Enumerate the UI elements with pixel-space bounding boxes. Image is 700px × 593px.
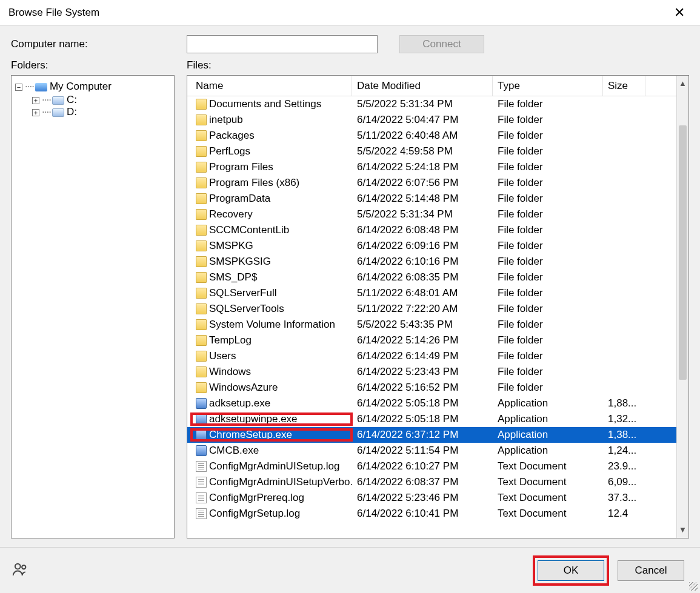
column-type[interactable]: Type	[493, 76, 603, 96]
ok-button[interactable]: OK	[538, 560, 604, 581]
file-date: 5/5/2022 5:31:34 PM	[352, 208, 493, 220]
folder-icon	[196, 272, 207, 283]
tree-node-label: C:	[67, 94, 77, 105]
document-icon	[196, 492, 207, 503]
file-date: 6/14/2022 6:10:16 PM	[352, 256, 493, 268]
file-name: ProgramData	[209, 193, 270, 205]
file-type: Text Document	[493, 460, 603, 472]
file-name: ConfigMgrPrereq.log	[209, 492, 304, 504]
file-row[interactable]: WindowsAzure6/14/2022 5:16:52 PMFile fol…	[187, 380, 676, 396]
file-row[interactable]: SMSPKGSIG6/14/2022 6:10:16 PMFile folder	[187, 254, 676, 270]
file-size: 1,38...	[603, 429, 645, 441]
files-panel: Name Date Modified Type Size Documents a…	[187, 75, 689, 538]
connect-button[interactable]: Connect	[399, 35, 484, 53]
files-list[interactable]: Documents and Settings5/5/2022 5:31:34 P…	[187, 96, 676, 538]
file-row[interactable]: ProgramData6/14/2022 5:14:48 PMFile fold…	[187, 191, 676, 207]
file-row[interactable]: adksetupwinpe.exe6/14/2022 5:05:18 PMApp…	[187, 411, 676, 427]
file-row[interactable]: SMS_DP$6/14/2022 6:08:35 PMFile folder	[187, 270, 676, 285]
file-date: 6/14/2022 5:11:54 PM	[352, 445, 493, 457]
file-size: 1,32...	[603, 413, 645, 425]
cancel-button[interactable]: Cancel	[618, 560, 684, 581]
file-row[interactable]: SQLServerFull5/11/2022 6:48:01 AMFile fo…	[187, 285, 676, 301]
drive-icon	[52, 108, 64, 117]
file-name: SMSPKG	[209, 240, 253, 252]
file-type: File folder	[493, 114, 603, 126]
column-date[interactable]: Date Modified	[352, 76, 493, 96]
scroll-thumb[interactable]	[679, 125, 687, 380]
tree-node-drive[interactable]: +····C:	[32, 94, 170, 106]
file-name: adksetup.exe	[209, 397, 270, 409]
file-date: 5/5/2022 4:59:58 PM	[352, 145, 493, 157]
folder-icon	[196, 335, 207, 346]
close-icon[interactable]: ✕	[667, 6, 692, 19]
file-row[interactable]: Packages5/11/2022 6:40:48 AMFile folder	[187, 128, 676, 144]
file-date: 5/5/2022 5:43:35 PM	[352, 319, 493, 331]
file-name: Users	[209, 350, 236, 362]
file-row[interactable]: inetpub6/14/2022 5:04:47 PMFile folder	[187, 112, 676, 128]
file-name: WindowsAzure	[209, 382, 278, 394]
file-row[interactable]: adksetup.exe6/14/2022 5:05:18 PMApplicat…	[187, 396, 676, 411]
expand-icon[interactable]: +	[32, 97, 39, 104]
file-row[interactable]: ConfigMgrAdminUISetup.log6/14/2022 6:10:…	[187, 459, 676, 474]
folder-tree[interactable]: −····My Computer +····C:+····D:	[11, 75, 175, 538]
file-row[interactable]: SQLServerTools5/11/2022 7:22:20 AMFile f…	[187, 301, 676, 317]
file-name: Recovery	[209, 208, 253, 220]
folder-icon	[196, 130, 207, 141]
tree-node-drive[interactable]: +····D:	[32, 106, 170, 118]
file-type: File folder	[493, 382, 603, 394]
browse-file-system-dialog: Browse File System ✕ Computer name: Conn…	[0, 0, 700, 593]
file-row[interactable]: Program Files6/14/2022 5:24:18 PMFile fo…	[187, 159, 676, 175]
file-date: 5/11/2022 6:48:01 AM	[352, 287, 493, 299]
people-icon[interactable]	[11, 560, 29, 581]
dialog-footer: OK Cancel	[0, 547, 700, 593]
svg-point-0	[15, 563, 21, 569]
scroll-up-icon[interactable]: ▲	[679, 78, 687, 89]
file-size: 37.3...	[603, 492, 645, 504]
file-row[interactable]: Windows6/14/2022 5:23:43 PMFile folder	[187, 364, 676, 380]
scrollbar[interactable]: ▲ ▼	[676, 76, 688, 538]
collapse-icon[interactable]: −	[15, 84, 22, 91]
file-row[interactable]: ConfigMgrAdminUISetupVerbo...6/14/2022 6…	[187, 474, 676, 490]
file-row[interactable]: ChromeSetup.exe6/14/2022 6:37:12 PMAppli…	[187, 427, 676, 443]
file-date: 6/14/2022 6:10:41 PM	[352, 508, 493, 520]
file-size: 1,88...	[603, 397, 645, 409]
file-name: inetpub	[209, 114, 243, 126]
file-row[interactable]: System Volume Information5/5/2022 5:43:3…	[187, 317, 676, 333]
file-row[interactable]: SMSPKG6/14/2022 6:09:16 PMFile folder	[187, 238, 676, 254]
file-size: 1,24...	[603, 445, 645, 457]
tree-node-label: My Computer	[50, 81, 112, 92]
file-row[interactable]: ConfigMgrSetup.log6/14/2022 6:10:41 PMTe…	[187, 506, 676, 522]
file-date: 6/14/2022 5:23:43 PM	[352, 366, 493, 378]
computer-name-input[interactable]	[187, 35, 378, 53]
tree-node-my-computer[interactable]: −····My Computer +····C:+····D:	[15, 81, 170, 118]
scroll-down-icon[interactable]: ▼	[679, 525, 687, 535]
scroll-track[interactable]	[677, 89, 688, 525]
expand-icon[interactable]: +	[32, 109, 39, 116]
file-row[interactable]: TempLog6/14/2022 5:14:26 PMFile folder	[187, 333, 676, 348]
file-type: File folder	[493, 130, 603, 142]
folder-icon	[196, 288, 207, 299]
folder-icon	[196, 240, 207, 251]
file-type: File folder	[493, 303, 603, 315]
file-row[interactable]: ConfigMgrPrereq.log6/14/2022 5:23:46 PMT…	[187, 490, 676, 506]
file-row[interactable]: Recovery5/5/2022 5:31:34 PMFile folder	[187, 207, 676, 222]
column-size[interactable]: Size	[603, 76, 645, 96]
folder-icon	[196, 99, 207, 110]
files-header: Name Date Modified Type Size	[187, 76, 676, 96]
file-row[interactable]: CMCB.exe6/14/2022 5:11:54 PMApplication1…	[187, 443, 676, 459]
tree-node-label: D:	[67, 106, 77, 118]
file-row[interactable]: PerfLogs5/5/2022 4:59:58 PMFile folder	[187, 144, 676, 159]
column-name[interactable]: Name	[191, 76, 352, 96]
file-type: File folder	[493, 319, 603, 331]
file-row[interactable]: Users6/14/2022 6:14:49 PMFile folder	[187, 348, 676, 364]
file-type: File folder	[493, 98, 603, 110]
file-name: SQLServerFull	[209, 287, 276, 299]
file-row[interactable]: Documents and Settings5/5/2022 5:31:34 P…	[187, 96, 676, 112]
file-row[interactable]: Program Files (x86)6/14/2022 6:07:56 PMF…	[187, 175, 676, 191]
file-date: 6/14/2022 5:14:26 PM	[352, 334, 493, 346]
resize-grip-icon[interactable]	[689, 582, 698, 591]
file-size: 6,09...	[603, 476, 645, 488]
folder-icon	[196, 366, 207, 377]
file-row[interactable]: SCCMContentLib6/14/2022 6:08:48 PMFile f…	[187, 222, 676, 238]
file-name: SQLServerTools	[209, 303, 284, 315]
